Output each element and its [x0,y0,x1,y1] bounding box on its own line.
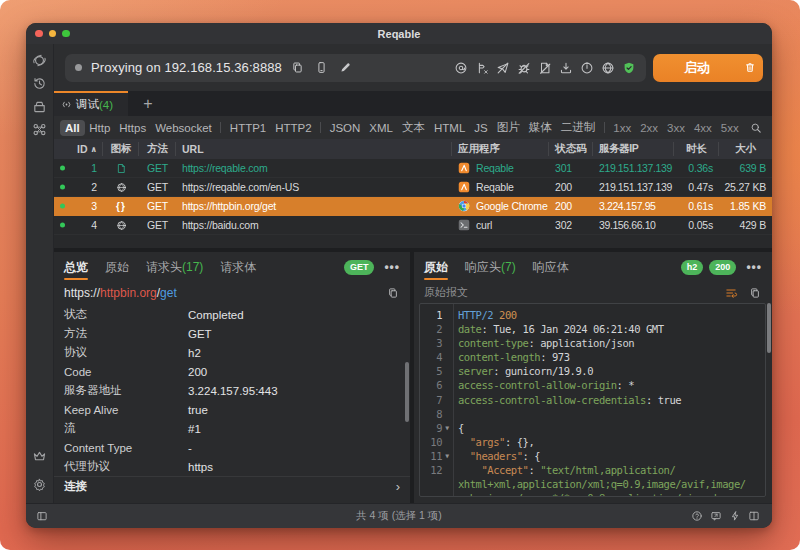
word-wrap-icon[interactable] [723,285,739,300]
add-tab-button[interactable]: + [128,91,168,116]
filter-websocket[interactable]: Websocket [151,120,217,136]
copy-url-icon[interactable] [385,285,400,300]
table-row-4[interactable]: 4GEThttps://baidu.comcurl30239.156.66.10… [54,216,772,235]
filter-http[interactable]: Http [85,120,115,136]
overview-scrollbar[interactable] [405,362,409,422]
response-tab-响应头[interactable]: 响应头(7) [465,252,516,282]
bug-off-icon[interactable] [516,60,531,75]
start-button-label: 启动 [653,59,737,77]
phone-icon[interactable] [314,60,330,76]
filter-html[interactable]: HTML [430,120,470,136]
row-app: curl [476,219,492,231]
compose-off-icon[interactable] [495,60,510,75]
breakpoint-icon[interactable] [474,60,489,75]
filter-2xx[interactable]: 2xx [636,120,663,136]
timer-icon[interactable] [579,60,594,75]
copy-icon[interactable] [290,60,306,76]
response-menu-button[interactable]: ••• [746,260,762,274]
search-icon[interactable] [748,120,764,136]
response-tab-原始[interactable]: 原始 [424,252,448,282]
row-status: 301 [555,162,572,174]
filter-http1[interactable]: HTTP1 [225,120,270,136]
column-header-status[interactable]: 状态码 [549,139,593,159]
filter-js[interactable]: JS [470,120,492,136]
download-icon[interactable] [558,60,573,75]
broadcast-icon [61,99,76,110]
overview-value: 3.224.157.95:443 [188,385,400,397]
at-circle-icon[interactable] [453,60,468,75]
filter-https[interactable]: Https [115,120,151,136]
column-header-app[interactable]: 应用程序 [452,139,549,159]
script-off-icon[interactable] [537,60,552,75]
curl-app-icon [458,219,470,231]
settings-gear-icon[interactable] [32,476,48,492]
row-url: https://httpbin.org/get [182,200,276,212]
row-ip: 219.151.137.139 [599,162,672,174]
debug-planet-icon[interactable] [32,52,48,68]
filter-4xx[interactable]: 4xx [689,120,716,136]
proxy-status-pill[interactable]: Proxying on 192.168.15.36:8888 [65,54,646,82]
row-ip: 3.224.157.95 [599,200,656,212]
code-line-10: 10 "args": {}, [420,435,765,449]
filter-http2[interactable]: HTTP2 [271,120,316,136]
code-line-5: 5server: gunicorn/19.9.0 [420,364,765,378]
column-header-time[interactable]: 时长 [674,139,719,159]
response-raw-view[interactable]: 1HTTP/2 2002date: Tue, 16 Jan 2024 06:21… [419,303,766,497]
tab-debug[interactable]: 调试 (4) [54,91,128,116]
proxy-status-text: Proxying on 192.168.15.36:8888 [91,60,282,75]
column-header-method[interactable]: 方法 [139,139,176,159]
request-url: https://httpbin.org/get [64,286,377,300]
response-tab-响应体[interactable]: 响应体 [533,252,569,282]
filter-json[interactable]: JSON [325,120,365,136]
globe-icon[interactable] [600,60,615,75]
column-header-server-ip[interactable]: 服务器IP [593,139,674,159]
crown-icon[interactable] [32,448,48,464]
row-status: 302 [555,219,572,231]
request-tab-请求头[interactable]: 请求头(17) [146,252,203,282]
copy-response-icon[interactable] [747,285,762,300]
column-header-icon[interactable]: 图标 [103,139,139,159]
filter-all[interactable]: All [60,120,85,136]
filter-xml[interactable]: XML [365,120,398,136]
overview-value: true [188,404,400,416]
request-tab-原始[interactable]: 原始 [105,252,129,282]
code-line-2: 2date: Tue, 16 Jan 2024 06:21:40 GMT [420,322,765,336]
column-header-url[interactable]: URL [176,139,452,159]
row-url: https://reqable.com [182,162,268,174]
row-id: 1 [91,162,97,174]
braces-icon: {} [115,200,127,212]
row-app: Google Chrome [476,200,548,212]
session-tabstrip: 调试 (4) + [54,91,772,116]
filter-文本[interactable]: 文本 [398,118,430,137]
history-icon[interactable] [32,75,48,91]
start-button[interactable]: 启动 [653,54,763,82]
column-header-id[interactable]: ID∧ [54,139,103,159]
filter-媒体[interactable]: 媒体 [524,118,556,137]
overview-row-代理协议: 代理协议https [54,457,410,476]
table-row-1[interactable]: 1GEThttps://reqable.comReqable301219.151… [54,159,772,178]
filter-二进制[interactable]: 二进制 [556,118,600,137]
trash-icon[interactable] [737,61,763,74]
filter-图片[interactable]: 图片 [492,118,524,137]
overview-value: 200 [188,366,400,378]
filter-1xx[interactable]: 1xx [609,120,636,136]
shield-icon[interactable] [621,60,636,75]
overview-row-连接[interactable]: 连接› [54,476,410,495]
overview-row-Keep Alive: Keep Alivetrue [54,400,410,419]
toolbox-icon[interactable] [32,98,48,114]
table-row-2[interactable]: 2GEThttps://reqable.com/en-USReqable2002… [54,178,772,197]
request-menu-button[interactable]: ••• [384,260,400,274]
overview-value: https [188,461,400,473]
overview-label: 方法 [64,326,188,341]
request-tab-总览[interactable]: 总览 [64,252,88,282]
edit-pencil-icon[interactable] [338,60,354,76]
filter-3xx[interactable]: 3xx [663,120,690,136]
column-header-size[interactable]: 大小 [719,139,772,159]
overview-value: Completed [188,309,400,321]
filter-5xx[interactable]: 5xx [716,120,743,136]
scissors-icon[interactable] [32,121,48,137]
table-row-3[interactable]: 3{}GEThttps://httpbin.org/getGoogle Chro… [54,197,772,216]
response-scrollbar[interactable] [767,303,772,353]
code-line-1: 1HTTP/2 200 [420,308,765,322]
request-tab-请求体[interactable]: 请求体 [220,252,256,282]
